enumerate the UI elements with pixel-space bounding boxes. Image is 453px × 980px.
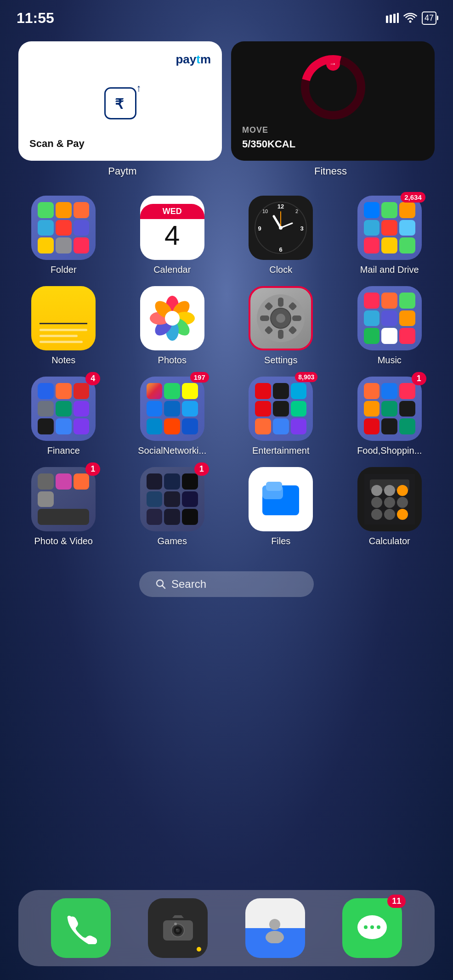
wifi-icon [403, 13, 417, 23]
mini-app [38, 237, 54, 253]
mini-app [38, 418, 54, 434]
svg-point-46 [384, 509, 395, 520]
mini-app [399, 418, 415, 434]
mini-app [182, 509, 198, 525]
photo-video-badge: 1 [85, 462, 100, 476]
svg-point-62 [364, 925, 368, 929]
mini-app [364, 293, 380, 309]
fitness-widget[interactable]: → MOVE 5/350KCAL [231, 41, 435, 161]
mini-app [381, 418, 397, 434]
app-cell-food[interactable]: 1 Food,Shoppin... [335, 372, 444, 462]
svg-point-48 [371, 485, 382, 496]
mini-app [399, 383, 415, 399]
app-cell-files[interactable]: Files [226, 462, 335, 553]
app-cell-photos[interactable]: Photos [118, 282, 227, 372]
clock-face-svg: 12 3 6 9 10 2 [253, 200, 308, 255]
mini-app [74, 202, 90, 218]
games-label: Games [158, 536, 187, 546]
dock-camera[interactable] [148, 898, 208, 958]
mini-app [381, 237, 397, 253]
mini-app [381, 328, 397, 344]
app-cell-games[interactable]: 1 Games [118, 462, 227, 553]
mini-app [291, 383, 307, 399]
mini-app [399, 328, 415, 344]
search-bar[interactable]: Search [139, 571, 314, 597]
mini-app [399, 401, 415, 417]
mini-app [147, 509, 163, 525]
mini-app [164, 418, 180, 434]
mini-app [399, 202, 415, 218]
app-cell-clock[interactable]: 12 3 6 9 10 2 Clock [226, 191, 335, 282]
photos-svg [147, 293, 198, 344]
mini-app [182, 401, 198, 417]
signal-icon [386, 13, 399, 23]
svg-point-60 [266, 931, 284, 943]
app-cell-settings[interactable]: Settings [226, 282, 335, 372]
svg-rect-0 [386, 16, 388, 23]
svg-text:3: 3 [300, 225, 304, 232]
fitness-widget-label: Fitness [226, 165, 435, 177]
mini-app [381, 202, 397, 218]
svg-point-49 [384, 485, 395, 496]
app-cell-music[interactable]: Music [335, 282, 444, 372]
search-container: Search [0, 571, 453, 597]
app-cell-photo-video[interactable]: 1 Photo & Video [9, 462, 118, 553]
paytm-scan-pay-label: Scan & Pay [29, 138, 211, 150]
battery-indicator: 47 [422, 11, 436, 25]
paytm-widget[interactable]: paytm ₹ ↑ Scan & Pay [18, 41, 222, 161]
entertainment-label: Entertainment [252, 445, 310, 456]
app-cell-folder[interactable]: Folder [9, 191, 118, 282]
mini-app [255, 383, 271, 399]
dock-phone[interactable] [51, 898, 111, 958]
camera-icon [161, 913, 195, 943]
mini-app [164, 383, 180, 399]
app-cell-mail-drive[interactable]: 2,634 Mail and Drive [335, 191, 444, 282]
fitness-kcal-value: 5/350KCAL [242, 135, 424, 151]
files-icon [249, 467, 313, 531]
notes-label: Notes [51, 355, 75, 366]
mini-app [38, 491, 54, 507]
notes-rule-top [40, 323, 87, 324]
folder-icon [31, 196, 96, 260]
social-badge: 197 [190, 372, 209, 383]
cal-weekday: WED [140, 204, 204, 219]
mini-app [147, 491, 163, 507]
dock-messages[interactable]: 11 [342, 898, 402, 958]
settings-label: Settings [264, 355, 297, 366]
svg-point-16 [279, 226, 283, 230]
calendar-icon: WED 4 [140, 196, 204, 260]
mini-app [38, 202, 54, 218]
svg-rect-31 [260, 315, 269, 321]
phone-icon [65, 912, 97, 944]
app-cell-calendar[interactable]: WED 4 Calendar [118, 191, 227, 282]
app-cell-social[interactable]: 197 SocialNetworki... [118, 372, 227, 462]
mini-app [56, 237, 72, 253]
mini-app [38, 509, 89, 525]
mini-app [147, 418, 163, 434]
app-cell-finance[interactable]: 4 Finance [9, 372, 118, 462]
messages-icon [356, 913, 389, 943]
calendar-label: Calendar [153, 265, 191, 275]
paytm-rupee-icon: ₹ ↑ [104, 87, 136, 119]
app-cell-entertainment[interactable]: 8,903 Entertainment [226, 372, 335, 462]
svg-text:12: 12 [277, 203, 284, 210]
dock-contacts[interactable] [245, 898, 305, 958]
mini-app [364, 328, 380, 344]
mini-app [182, 418, 198, 434]
mini-app [381, 383, 397, 399]
notes-line [40, 335, 78, 337]
paytm-icon-area: ₹ ↑ [29, 76, 211, 130]
mini-app [255, 401, 271, 417]
app-cell-calculator[interactable]: Calculator [335, 462, 444, 553]
status-bar: 11:55 47 [0, 0, 453, 28]
notes-line [40, 329, 87, 331]
app-cell-notes[interactable]: Notes [9, 282, 118, 372]
cal-day: 4 [164, 219, 180, 252]
folder-label: Folder [51, 265, 77, 275]
mini-app [147, 383, 163, 399]
entertainment-icon: 8,903 [249, 377, 313, 441]
svg-point-58 [176, 929, 177, 930]
mini-app [364, 237, 380, 253]
rupee-symbol: ₹ [111, 94, 130, 113]
mini-app [74, 401, 90, 417]
